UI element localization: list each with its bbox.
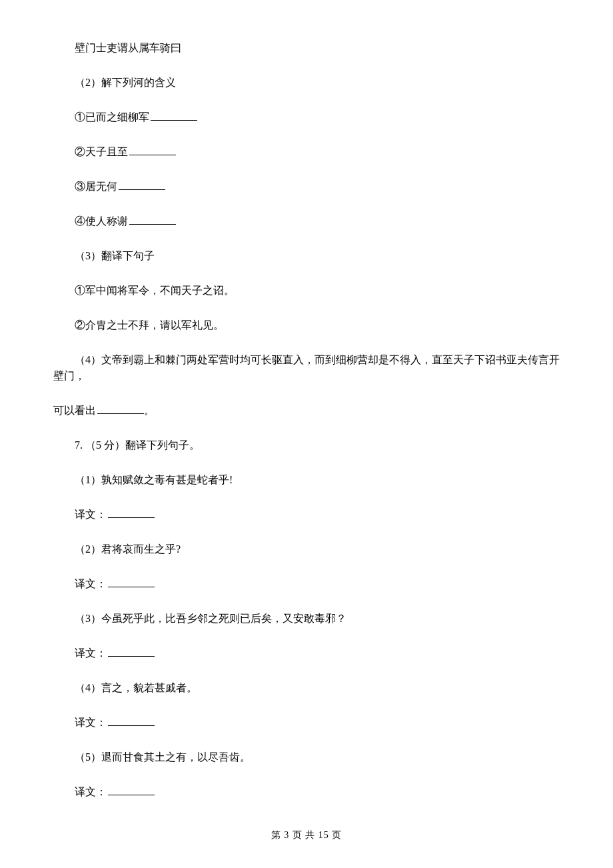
text-line: （3）今虽死乎此，比吾乡邻之死则已后矣，又安敢毒邪？ xyxy=(53,611,560,627)
text-line: （5）退而甘食其土之有，以尽吾齿。 xyxy=(53,749,560,765)
text-line: （3）翻译下句子 xyxy=(53,248,560,264)
text-line: 译文： xyxy=(53,507,560,523)
fill-blank[interactable] xyxy=(151,109,197,121)
text-line: （2）解下列河的含义 xyxy=(53,75,560,91)
text-fragment: 译文： xyxy=(75,647,107,659)
text-line: （2）君将哀而生之乎? xyxy=(53,541,560,557)
text-line: 译文： xyxy=(53,784,560,800)
text-fragment: 可以看出 xyxy=(53,405,96,416)
text-line: 译文： xyxy=(53,645,560,661)
footer-prefix: 第 xyxy=(271,830,285,840)
fill-blank[interactable] xyxy=(129,144,176,155)
fill-blank[interactable] xyxy=(119,179,165,190)
text-line: ②介胄之士不拜，请以军礼见。 xyxy=(53,317,560,333)
fill-blank[interactable] xyxy=(108,715,155,726)
text-line: 译文： xyxy=(53,715,560,731)
text-line: （1）孰知赋敛之毒有甚是蛇者乎! xyxy=(53,472,560,488)
text-fragment: ①已而之细柳军 xyxy=(75,111,149,123)
fill-blank[interactable] xyxy=(108,576,155,587)
text-line: ②天子且至 xyxy=(53,144,560,160)
text-line: 壁门士吏谓从属车骑曰 xyxy=(53,40,560,56)
footer-mid: 页 共 xyxy=(289,830,318,840)
fill-blank[interactable] xyxy=(108,507,155,518)
page-container: 壁门士吏谓从属车骑曰 （2）解下列河的含义 ①已而之细柳军 ②天子且至 ③居无何… xyxy=(0,0,613,868)
text-line: 可以看出。 xyxy=(53,403,560,419)
fill-blank[interactable] xyxy=(97,403,144,414)
fill-blank[interactable] xyxy=(108,784,155,795)
fill-blank[interactable] xyxy=(108,645,155,657)
text-fragment: 译文： xyxy=(75,578,107,589)
page-footer: 第 3 页 共 15 页 xyxy=(0,829,613,841)
text-fragment: 译文： xyxy=(75,717,107,728)
text-fragment: ④使人称谢 xyxy=(75,215,128,227)
fill-blank[interactable] xyxy=(129,213,176,225)
text-line: 译文： xyxy=(53,576,560,592)
text-fragment: 译文： xyxy=(75,509,107,520)
text-line: （4）言之，貌若甚戚者。 xyxy=(53,680,560,696)
text-line: ④使人称谢 xyxy=(53,213,560,229)
text-line: ①军中闻将军令，不闻天子之诏。 xyxy=(53,283,560,299)
footer-suffix: 页 xyxy=(329,830,342,840)
text-fragment: ②天子且至 xyxy=(75,146,128,157)
text-line: ③居无何 xyxy=(53,179,560,195)
text-fragment: ③居无何 xyxy=(75,181,117,192)
text-fragment: 。 xyxy=(144,405,155,416)
text-line: 7. （5 分）翻译下列句子。 xyxy=(53,437,560,453)
footer-total-pages: 15 xyxy=(318,830,329,840)
text-fragment: 译文： xyxy=(75,786,107,797)
text-line: ①已而之细柳军 xyxy=(53,109,560,125)
text-line: （4）文帝到霸上和棘门两处军营时均可长驱直入，而到细柳营却是不得入，直至天子下诏… xyxy=(53,352,560,384)
